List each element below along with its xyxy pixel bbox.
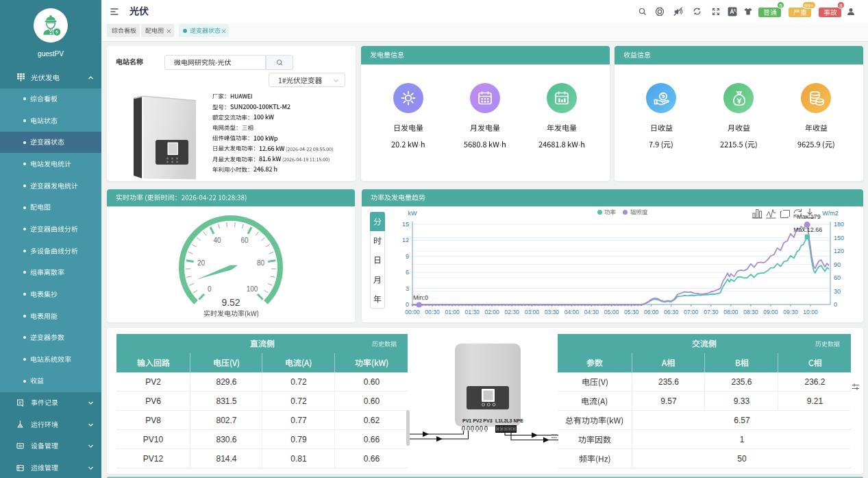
svg-text:12: 12 [402,237,409,243]
svg-text:40: 40 [213,237,221,244]
svg-text:0: 0 [834,301,837,308]
svg-text:03:30: 03:30 [545,309,560,315]
svg-text:120: 120 [834,248,844,254]
svg-text:02:30: 02:30 [505,309,520,315]
svg-text:01:30: 01:30 [465,309,480,315]
svg-text:03:00: 03:00 [525,309,540,315]
svg-text:60: 60 [240,237,249,244]
svg-text:01:00: 01:00 [445,309,460,315]
svg-text:80: 80 [257,259,265,267]
svg-text:06:30: 06:30 [664,309,679,315]
svg-text:08:30: 08:30 [743,309,758,315]
svg-text:06:00: 06:00 [644,309,659,315]
svg-text:00:00: 00:00 [405,309,420,315]
svg-text:08:00: 08:00 [723,309,739,315]
svg-text:90: 90 [834,261,841,268]
svg-text:00:30: 00:30 [425,309,440,315]
svg-text:0: 0 [406,301,409,308]
svg-text:20: 20 [197,259,206,267]
svg-text:0: 0 [208,285,212,293]
svg-text:150: 150 [834,235,844,241]
svg-text:PV1 PV2 PV3: PV1 PV2 PV3 [462,418,493,423]
svg-text:60: 60 [834,274,841,281]
svg-text:04:00: 04:00 [565,309,580,315]
svg-text:Min:0: Min:0 [413,294,428,301]
svg-text:Max:12.66: Max:12.66 [793,226,822,233]
svg-text:9: 9 [406,253,409,260]
svg-text:09:30: 09:30 [783,309,798,315]
svg-text:180: 180 [834,221,844,228]
svg-text:05:30: 05:30 [624,309,639,315]
svg-text:10:00: 10:00 [803,309,818,315]
svg-text:3: 3 [406,285,409,292]
svg-text:30: 30 [834,288,841,295]
svg-text:15: 15 [402,221,409,228]
svg-text:100: 100 [247,285,258,293]
svg-text:02:00: 02:00 [485,309,500,315]
svg-text:L1L2L3 NPE: L1L2L3 NPE [495,418,523,423]
svg-text:09:00: 09:00 [763,309,778,315]
svg-text:6: 6 [406,269,409,276]
svg-text:07:30: 07:30 [704,309,719,315]
svg-text:07:00: 07:00 [684,309,699,315]
svg-text:05:00: 05:00 [604,309,619,315]
svg-text:04:30: 04:30 [584,309,599,315]
